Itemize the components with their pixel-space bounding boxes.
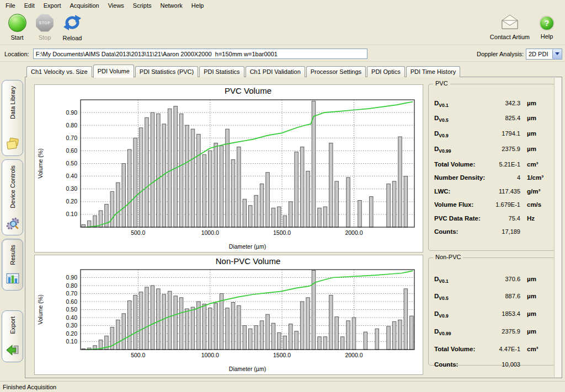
stat-value: 825.4 — [449, 115, 520, 121]
sidebar-item-device-controls[interactable]: Device Controls — [2, 159, 23, 235]
chevron-down-icon[interactable] — [552, 49, 562, 59]
pvc-chart-plot: 0.100.200.300.400.500.600.700.800.90500.… — [35, 96, 423, 251]
svg-text:0.70: 0.70 — [66, 135, 78, 141]
stat-value: 1.679E-1 — [473, 201, 520, 208]
stop-button[interactable]: STOP Stop — [31, 13, 58, 42]
stat-value: 1853.4 — [449, 310, 520, 317]
reload-button[interactable]: Reload — [58, 13, 86, 42]
pvc-stats-title: PVC — [433, 80, 450, 87]
menu-help[interactable]: Help — [187, 1, 209, 10]
stat-label: DV0.9 — [434, 310, 449, 319]
tab-pdi-optics[interactable]: PDI Optics — [367, 66, 405, 77]
svg-text:500.0: 500.0 — [131, 352, 145, 358]
stat-value: 117.435 — [450, 188, 520, 195]
tab-strip: Ch1 Velocity vs. SizePDI VolumePDI Stati… — [26, 63, 461, 77]
menu-export[interactable]: Export — [39, 1, 66, 10]
stat-unit: µm — [520, 115, 549, 121]
svg-text:0.20: 0.20 — [66, 198, 78, 205]
stat-row: PVC Data Rate:75.4Hz — [429, 215, 555, 222]
tab-processor-settings[interactable]: Processor Settings — [306, 66, 366, 77]
svg-text:0.80: 0.80 — [66, 282, 78, 289]
doppler-analysis-group: Doppler Analysis: 2D PDI — [477, 49, 562, 60]
menu-views[interactable]: Views — [104, 1, 129, 10]
tab-pdi-statistics-pvc-[interactable]: PDI Statistics (PVC) — [135, 66, 198, 77]
main-area: Ch1 Velocity vs. SizePDI VolumePDI Stati… — [25, 63, 562, 378]
reload-icon — [63, 14, 82, 33]
app-window: FileEditExportAcquisitionViewsScriptsNet… — [0, 0, 565, 392]
menu-network[interactable]: Network — [156, 1, 186, 10]
svg-text:0.10: 0.10 — [66, 211, 78, 217]
start-button[interactable]: Start — [3, 13, 31, 42]
status-bar: Finished Acquisition — [0, 381, 565, 392]
svg-text:0.90: 0.90 — [66, 109, 78, 116]
folders-icon — [6, 137, 20, 151]
toolbar: Start STOP Stop Reload — [0, 10, 565, 45]
menu-scripts[interactable]: Scripts — [129, 1, 156, 10]
pvc-stats-rows: DV0.1342.3µmDV0.5825.4µmDV0.91794.1µmDV0… — [429, 84, 555, 235]
svg-text:0.70: 0.70 — [66, 290, 78, 297]
stop-icon: STOP — [36, 14, 54, 32]
stat-row: LWC:117.435g/m³ — [429, 188, 555, 195]
nonpvc-chart-title: Non-PVC Volume — [35, 255, 423, 267]
tab-pdi-time-history[interactable]: PDI Time History — [406, 66, 461, 77]
stat-label: DV0.1 — [434, 100, 449, 108]
stat-label: Total Volume: — [434, 161, 475, 168]
stat-row: DV0.1342.3µm — [429, 100, 555, 108]
sidebar-item-export[interactable]: Export — [2, 310, 23, 362]
stat-value: 887.6 — [449, 293, 520, 299]
stat-value: 342.3 — [449, 100, 520, 106]
menu-file[interactable]: File — [1, 1, 20, 10]
tab-pdi-statistics[interactable]: PDI Statistics — [199, 66, 244, 77]
envelope-icon — [500, 14, 520, 31]
svg-text:2000.0: 2000.0 — [345, 352, 363, 358]
stat-unit: cm/s — [520, 201, 549, 208]
svg-text:0.40: 0.40 — [66, 314, 78, 321]
stat-row: DV0.992375.9µm — [429, 328, 555, 336]
stat-unit: µm — [520, 130, 549, 137]
svg-text:0.50: 0.50 — [66, 160, 78, 167]
pvc-volume-chart: PVC Volume 0.100.200.300.400.500.600.700… — [34, 84, 423, 253]
nonpvc-volume-chart: Non-PVC Volume 0.100.200.300.400.500.600… — [34, 255, 423, 375]
stat-row: Counts:17,189 — [429, 228, 555, 235]
tab-pdi-volume[interactable]: PDI Volume — [93, 65, 134, 78]
stat-label: DV0.99 — [434, 328, 451, 336]
location-input[interactable] — [33, 49, 367, 59]
stat-value: 370.6 — [449, 276, 520, 282]
stat-unit: µm — [520, 328, 549, 335]
doppler-analysis-label: Doppler Analysis: — [477, 51, 524, 57]
svg-text:Volume (%): Volume (%) — [37, 294, 44, 324]
svg-text:0.60: 0.60 — [66, 147, 78, 154]
menu-bar: FileEditExportAcquisitionViewsScriptsNet… — [0, 0, 565, 10]
stat-unit: cm³ — [520, 161, 549, 168]
stat-row: DV0.5887.6µm — [429, 293, 555, 301]
stat-row: Total Volume:5.21E-1cm³ — [429, 161, 555, 168]
toolbar-left-group: Start STOP Stop Reload — [3, 13, 86, 42]
results-chart-icon — [6, 271, 20, 286]
stat-row: DV0.91794.1µm — [429, 130, 555, 138]
sidebar-item-data-library[interactable]: Data Library — [2, 80, 23, 156]
toolbar-right-group: Contact Artium ? Help — [487, 13, 561, 41]
contact-artium-button[interactable]: Contact Artium — [487, 13, 533, 41]
doppler-analysis-select[interactable]: 2D PDI — [526, 49, 562, 60]
tab-ch1-velocity-vs-size[interactable]: Ch1 Velocity vs. Size — [26, 66, 92, 77]
vertical-scrollbar[interactable] — [554, 78, 561, 377]
stat-label: DV0.5 — [434, 115, 449, 123]
stat-unit: Hz — [520, 215, 549, 222]
sidebar-item-results[interactable]: Results — [2, 239, 23, 291]
contact-artium-label: Contact Artium — [490, 34, 530, 40]
stat-value: 2375.9 — [451, 146, 520, 152]
tab-ch1-pdi-validation[interactable]: Ch1 PDI Validation — [246, 66, 305, 77]
stat-row: Total Volume:4.47E-1cm³ — [429, 346, 555, 352]
svg-text:Volume (%): Volume (%) — [37, 148, 44, 178]
status-text: Finished Acquisition — [3, 384, 56, 390]
svg-text:1500.0: 1500.0 — [273, 229, 291, 236]
stat-label: PVC Data Rate: — [434, 215, 481, 222]
stat-value: 10,003 — [458, 361, 520, 368]
help-button[interactable]: ? Help — [533, 13, 561, 41]
nonpvc-stats-groupbox: Non-PVC DV0.1370.6µmDV0.5887.6µmDV0.9185… — [428, 257, 555, 366]
menu-acquisition[interactable]: Acquisition — [66, 1, 104, 10]
stat-row: DV0.91853.4µm — [429, 310, 555, 319]
menu-edit[interactable]: Edit — [20, 1, 39, 10]
nonpvc-stats-rows: DV0.1370.6µmDV0.5887.6µmDV0.91853.4µmDV0… — [429, 258, 555, 368]
stat-value: 17,189 — [458, 228, 520, 235]
